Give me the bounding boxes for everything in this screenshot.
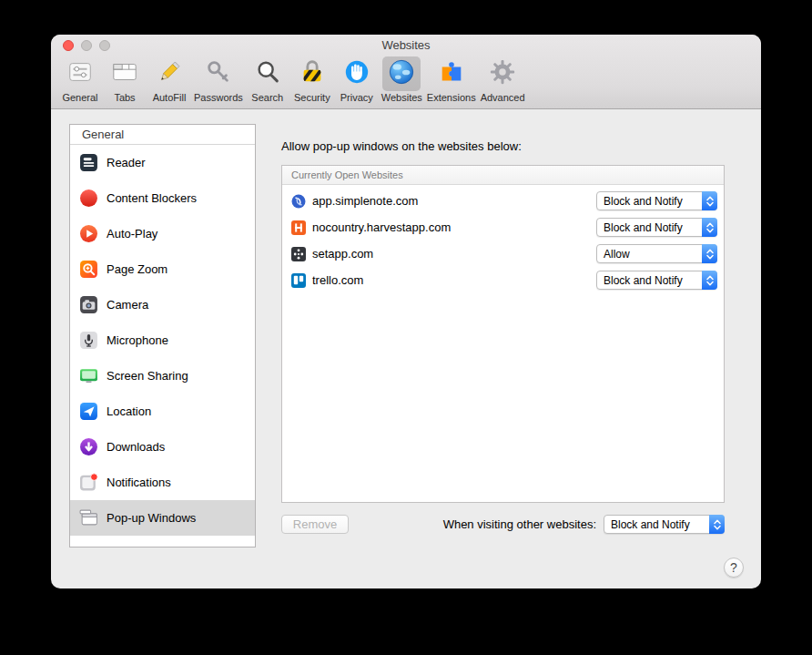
sidebar-item-label: Reader <box>107 156 146 169</box>
toolbar-item-search[interactable]: Search <box>248 56 288 103</box>
sidebar-item-auto-play[interactable]: Auto-Play <box>70 216 255 251</box>
table-row[interactable]: nocountry.harvestapp.com Block and Notif… <box>282 214 724 241</box>
site-setting-select[interactable]: Allow <box>596 244 717 263</box>
sidebar-item-screen-sharing[interactable]: Screen Sharing <box>70 358 255 394</box>
other-websites-label: When visiting other websites: <box>443 517 604 531</box>
stop-icon <box>79 189 98 208</box>
websites-sidebar: General Reader Content Blockers Auto-Pla… <box>69 124 256 548</box>
zoom-magnifier-icon <box>79 260 98 279</box>
popup-selected-value: Block and Notify <box>597 195 702 208</box>
zoom-button[interactable] <box>99 40 110 51</box>
sidebar-item-page-zoom[interactable]: Page Zoom <box>70 251 255 287</box>
hand-icon <box>343 58 370 89</box>
safari-preferences-window: Websites General Tabs AutoFill <box>51 35 761 588</box>
puzzle-icon <box>438 58 465 89</box>
remove-button[interactable]: Remove <box>281 515 349 534</box>
updown-chevrons-icon <box>702 218 717 237</box>
sidebar-item-microphone[interactable]: Microphone <box>70 322 255 358</box>
traffic-lights <box>63 40 110 51</box>
sidebar-item-label: Notifications <box>107 476 171 489</box>
magnifier-icon <box>254 58 281 89</box>
site-setting-select[interactable]: Block and Notify <box>596 271 717 290</box>
toolbar-item-extensions[interactable]: Extensions <box>427 56 476 103</box>
table-row[interactable]: setapp.com Allow <box>282 241 724 267</box>
sidebar-item-label: Downloads <box>107 440 165 454</box>
sidebar-item-reader[interactable]: Reader <box>70 145 255 180</box>
updown-chevrons-icon <box>702 271 717 290</box>
preferences-toolbar: General Tabs AutoFill Passwords <box>51 55 761 108</box>
site-name: nocountry.harvestapp.com <box>312 220 596 234</box>
toolbar-item-autofill[interactable]: AutoFill <box>149 56 189 103</box>
toolbar-item-advanced[interactable]: Advanced <box>481 56 525 103</box>
popup-selected-value: Block and Notify <box>597 274 702 287</box>
updown-chevrons-icon <box>702 191 717 210</box>
site-name: setapp.com <box>312 247 596 261</box>
camera-icon <box>79 295 98 314</box>
reader-icon <box>79 153 98 172</box>
table-row[interactable]: trello.com Block and Notify <box>282 267 724 293</box>
toolbar-label: Passwords <box>194 92 243 103</box>
toolbar-item-tabs[interactable]: Tabs <box>105 56 145 103</box>
play-icon <box>79 224 98 243</box>
sidebar-item-label: Camera <box>107 298 148 312</box>
sidebar-item-camera[interactable]: Camera <box>70 287 255 322</box>
screen-sharing-icon <box>79 366 98 385</box>
popup-selected-value: Block and Notify <box>604 518 709 531</box>
popup-window-icon <box>79 508 98 527</box>
open-websites-table: Currently Open Websites app.simplenote.c… <box>281 165 725 503</box>
pencil-icon <box>156 58 183 89</box>
site-name: app.simplenote.com <box>312 194 596 208</box>
sidebar-item-label: Page Zoom <box>107 262 167 276</box>
toolbar-label: Advanced <box>481 92 525 103</box>
trello-favicon <box>291 273 306 288</box>
updown-chevrons-icon <box>702 244 717 263</box>
gear-icon <box>489 58 516 89</box>
help-button[interactable]: ? <box>724 558 744 578</box>
pane-description: Allow pop-up windows on the websites bel… <box>281 139 522 153</box>
table-row[interactable]: app.simplenote.com Block and Notify <box>282 188 724 214</box>
toolbar-item-passwords[interactable]: Passwords <box>194 56 243 103</box>
globe-icon <box>388 58 415 89</box>
location-arrow-icon <box>79 402 98 421</box>
lock-icon <box>299 58 326 89</box>
updown-chevrons-icon <box>709 515 725 534</box>
site-setting-select[interactable]: Block and Notify <box>596 218 717 237</box>
sidebar-item-location[interactable]: Location <box>70 394 255 429</box>
harvest-favicon <box>291 220 306 235</box>
pane-footer: Remove When visiting other websites: Blo… <box>281 515 725 534</box>
site-setting-select[interactable]: Block and Notify <box>596 191 717 210</box>
sidebar-item-pop-up-windows[interactable]: Pop-up Windows <box>70 500 255 536</box>
table-header: Currently Open Websites <box>282 166 724 185</box>
toolbar-item-security[interactable]: Security <box>292 56 332 103</box>
toolbar-label: Tabs <box>114 92 135 103</box>
close-button[interactable] <box>63 40 74 51</box>
other-websites-select[interactable]: Block and Notify <box>604 515 725 534</box>
tabs-icon <box>111 58 138 89</box>
toolbar-item-websites[interactable]: Websites <box>381 56 422 103</box>
key-icon <box>205 58 232 89</box>
toolbar-label: Extensions <box>427 92 476 103</box>
window-title: Websites <box>51 35 761 56</box>
toolbar-label: General <box>62 92 97 103</box>
sidebar-item-label: Microphone <box>107 333 168 347</box>
sidebar-item-label: Pop-up Windows <box>107 511 196 525</box>
toolbar-label: Security <box>294 92 330 103</box>
setapp-favicon <box>291 247 306 261</box>
toolbar-item-privacy[interactable]: Privacy <box>337 56 377 103</box>
sidebar-item-label: Content Blockers <box>107 191 197 205</box>
microphone-icon <box>79 331 98 350</box>
sidebar-item-label: Location <box>107 404 151 418</box>
sidebar-item-content-blockers[interactable]: Content Blockers <box>70 180 255 216</box>
minimize-button[interactable] <box>81 40 92 51</box>
toolbar-label: Privacy <box>340 92 373 103</box>
general-icon <box>66 58 94 89</box>
toolbar-label: AutoFill <box>153 92 187 103</box>
sidebar-item-downloads[interactable]: Downloads <box>70 429 255 465</box>
window-header: Websites General Tabs AutoFill <box>51 35 761 109</box>
toolbar-item-general[interactable]: General <box>60 56 100 103</box>
simplenote-favicon <box>291 194 306 209</box>
sidebar-item-notifications[interactable]: Notifications <box>70 465 255 500</box>
titlebar: Websites <box>51 35 761 55</box>
popup-selected-value: Allow <box>597 248 702 261</box>
sidebar-item-label: Screen Sharing <box>107 369 188 383</box>
